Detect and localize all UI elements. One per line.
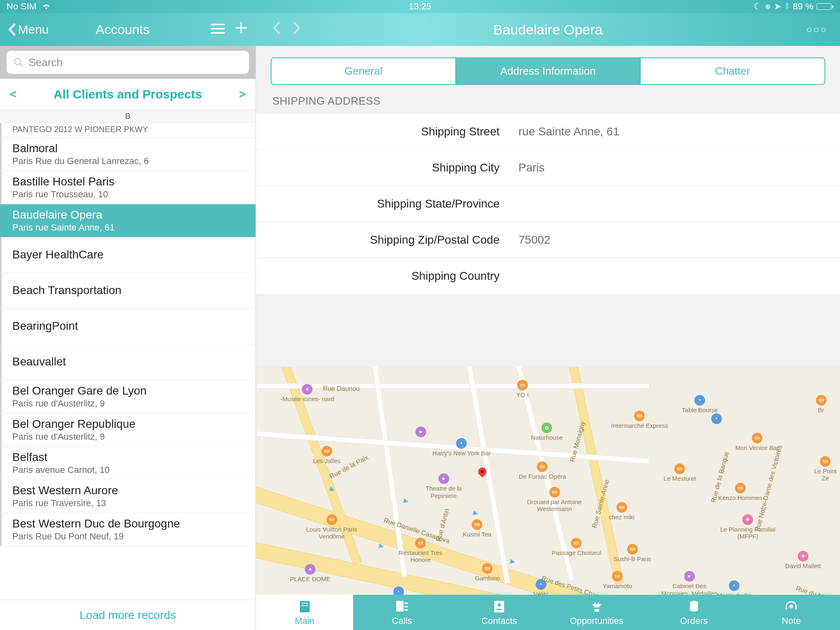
field-label: Shipping Street — [256, 125, 518, 138]
map-poi[interactable]: 🍽Intermarché Express — [611, 411, 668, 429]
bottom-tab-orders[interactable]: Orders — [645, 595, 742, 630]
bottom-tab-calls[interactable]: Calls — [353, 595, 450, 630]
map-poi[interactable]: 🍽chez miki — [609, 502, 635, 520]
account-row[interactable]: Bel Oranger RepubliqueParis rue d'Auster… — [0, 413, 256, 447]
account-row[interactable]: Baudelaire OperaParis rue Sainte Anne, 6… — [0, 204, 256, 237]
bottom-tab-contacts[interactable]: Contacts — [451, 595, 548, 630]
address-field[interactable]: Shipping Streetrue Sainte Anne, 61 — [256, 114, 840, 150]
map-poi[interactable]: •Commissariat de police du 1er arrondiss… — [368, 587, 429, 595]
account-row[interactable]: Bayer HealthCare — [0, 237, 256, 273]
poi-label: Mairie du 2e — [717, 592, 751, 595]
map-poi[interactable]: 🍽Les Jalles — [313, 446, 340, 464]
filter-prev-icon[interactable]: < — [10, 88, 16, 101]
address-field[interactable]: Shipping CityParis — [256, 150, 840, 186]
svg-rect-3 — [301, 605, 308, 606]
field-value: rue Sainte Anne, 61 — [518, 125, 619, 138]
bottom-tab-note[interactable]: Note — [743, 595, 840, 630]
map-poi[interactable]: 🍽Kenzo Hommes — [718, 483, 762, 501]
tab-address[interactable]: Address Information — [456, 58, 641, 84]
battery-icon — [817, 3, 833, 10]
address-field[interactable]: Shipping Country — [256, 258, 840, 294]
search-input[interactable]: Search — [7, 51, 249, 74]
map-container[interactable]: ★-Musée icines- nard🍽Les Jalles★•Harry's… — [256, 367, 840, 595]
map-poi[interactable]: 🍽Le Point Ze — [811, 456, 840, 482]
poi-label: Gambino — [475, 575, 500, 582]
map-poi[interactable]: ★Theatre de la Pepiniere — [413, 473, 475, 499]
poi-label: Le Point Ze — [811, 468, 840, 482]
list-menu-button[interactable] — [211, 21, 225, 38]
map-poi[interactable]: 🍽Gambino — [475, 563, 500, 582]
map-poi[interactable]: •Mairie du 2e — [717, 580, 751, 595]
bottom-tab-opportunities[interactable]: Opportunities — [548, 595, 645, 630]
map-poi[interactable]: ★PLACE DOME — [290, 564, 330, 582]
address-field[interactable]: Shipping Zip/Postal Code75002 — [256, 222, 840, 258]
map-poi[interactable]: 🍽Kusmi Tea — [463, 519, 491, 538]
filter-bar[interactable]: < All Clients and Prospects > — [0, 79, 256, 110]
filter-next-icon[interactable]: > — [239, 88, 246, 101]
svg-point-12 — [790, 605, 792, 608]
account-row[interactable]: BearingPoint — [0, 309, 256, 345]
location-icon: ➤ — [774, 1, 781, 12]
poi-icon: 🍽 — [537, 461, 548, 472]
back-to-menu-button[interactable]: Menu — [8, 23, 49, 37]
map-poi[interactable]: 🍽Sushi-B Paris — [614, 544, 651, 562]
map-poi[interactable]: 🍽Passage Choiseul — [552, 538, 601, 556]
account-title: Best Western Duc de Bourgogne — [12, 517, 248, 530]
account-row[interactable]: Beach Transportation — [0, 273, 256, 309]
poi-icon: • — [393, 587, 404, 595]
map-poi[interactable]: • — [711, 413, 722, 424]
account-row[interactable]: Bastille Hostel ParisParis rue Trousseau… — [0, 171, 256, 204]
map-poi[interactable]: 🍽Yamamoto — [603, 571, 632, 589]
load-more-button[interactable]: Load more records — [0, 600, 256, 630]
tab-chatter[interactable]: Chatter — [641, 58, 824, 84]
poi-icon: 🍽 — [517, 380, 528, 390]
poi-label: Harry's New York Bar — [432, 450, 491, 457]
poi-label: -Musée icines- nard — [280, 395, 334, 402]
detail-title: Baudelaire Opera — [493, 22, 603, 38]
map-poi[interactable]: •Table Bourse — [682, 395, 718, 413]
map-poi[interactable]: 🍽Le Mesturet — [664, 463, 696, 482]
map-poi[interactable]: •Harry's New York Bar — [432, 438, 491, 457]
map-poi[interactable]: 🍽Drouant par Antoine Westermann — [524, 487, 585, 513]
detail-forward-button[interactable] — [292, 21, 301, 39]
tab-general[interactable]: General — [272, 58, 456, 84]
poi-icon: • — [729, 580, 740, 591]
calls-icon — [394, 598, 410, 615]
address-field[interactable]: Shipping State/Province — [256, 186, 840, 222]
poi-label: Le Mesturet — [664, 475, 696, 482]
account-row[interactable]: Beauvallet — [0, 345, 256, 380]
account-title: BearingPoint — [12, 320, 248, 333]
detail-more-button[interactable]: ○○○ — [806, 24, 828, 35]
app-header: Menu Accounts Baudelaire Opera ○○○ — [0, 13, 840, 46]
poi-label: Yamamoto — [603, 582, 632, 589]
poi-icon: ✿ — [541, 422, 552, 433]
poi-icon: ★ — [438, 473, 449, 484]
detail-back-button[interactable] — [272, 21, 281, 39]
map-poi[interactable]: 🍽YO ! — [516, 380, 529, 398]
account-subtitle: Paris rue Traversire, 13 — [12, 498, 248, 509]
map-poi[interactable]: ✚Le Planning Familial (MFPF) — [717, 514, 778, 540]
map-poi[interactable]: ★Cabinet Des Monnaies, Médailles Et Anti… — [659, 571, 720, 595]
map-poi[interactable]: 🍽De Fursac Opéra — [519, 461, 566, 480]
account-row[interactable]: Best Western AuroreParis rue Traversire,… — [0, 480, 256, 513]
poi-icon: 🍽 — [415, 538, 426, 548]
contacts-icon — [491, 598, 507, 615]
map-poi[interactable]: ★ — [415, 427, 426, 437]
account-row[interactable]: Best Western Duc de BourgogneParis Rue D… — [0, 513, 256, 546]
map-poi[interactable]: 🍽Br — [816, 395, 826, 413]
map-poi[interactable]: ✚David Mallett — [785, 551, 821, 569]
poi-label: Table Bourse — [682, 406, 718, 413]
lock-rotation-icon: ⊕ — [765, 2, 771, 11]
bottom-tab-main[interactable]: Main — [256, 595, 353, 630]
account-row[interactable]: BelfastParis avenue Carnot, 10 — [0, 447, 256, 480]
poi-label: Intermarché Express — [611, 422, 668, 429]
map-poi[interactable]: 🍽Mori Venice Bar — [735, 433, 779, 451]
accounts-list[interactable]: PANTEGO 2012 W PIONEER PKWYBalmoralParis… — [0, 123, 256, 600]
add-account-button[interactable] — [235, 21, 248, 38]
moon-icon: ☾ — [753, 1, 762, 12]
account-row[interactable]: BalmoralParis Rue du General Lanrezac, 6 — [0, 138, 256, 171]
map-poi[interactable]: 🍽Louis Vuitton Paris Vendôme — [301, 514, 363, 540]
account-row[interactable]: Bel Oranger Gare de LyonParis rue d'Aust… — [0, 380, 256, 413]
account-row[interactable]: PANTEGO 2012 W PIONEER PKWY — [0, 123, 256, 138]
map-poi[interactable]: ✿Naturhouse — [531, 422, 563, 441]
